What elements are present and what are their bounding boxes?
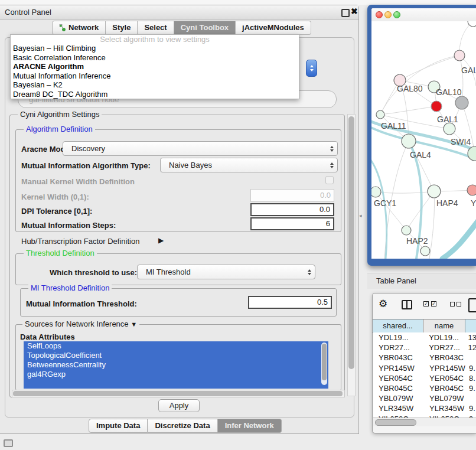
node-gal1[interactable]	[444, 123, 455, 135]
attribute-item[interactable]: SelfLoops	[24, 341, 328, 351]
table-panel-titlebar[interactable]: Table Panel	[367, 273, 476, 289]
node-label: SWI4	[451, 137, 471, 146]
node-label: GAL11	[381, 121, 406, 131]
dropdown-item[interactable]: Bayesian – K2	[11, 80, 299, 90]
dropdown-item[interactable]: Bayesian – Hill Climbing	[11, 44, 299, 53]
node-hap2[interactable]	[402, 226, 411, 235]
tab-network[interactable]: Network	[52, 21, 106, 35]
collapse-down-icon[interactable]: ▼	[131, 321, 137, 328]
dropdown-item[interactable]: Dream8 DC_TDC Algorithm	[11, 90, 299, 99]
settings-vertical-scrollbar[interactable]	[347, 114, 356, 396]
algorithm-combo-stepper[interactable]	[306, 60, 317, 77]
dropdown-item[interactable]: Basic Correlation Inference	[11, 53, 299, 63]
close-traffic-light[interactable]	[376, 11, 383, 18]
node-hap4[interactable]	[428, 185, 441, 198]
apply-button[interactable]: Apply	[158, 399, 200, 412]
dpi-tolerance-field[interactable]: 0.0	[250, 203, 334, 216]
hscroll-thumb[interactable]	[13, 391, 343, 396]
network-canvas[interactable]: GAL GAL80 GAL10 GAL1 GAL11 SWI4 GAL4 GCY…	[371, 21, 476, 259]
control-panel-title: Control Panel	[5, 8, 51, 17]
tab-discretize-data[interactable]: Discretize Data	[148, 419, 217, 433]
manual-kernel-width-checkbox[interactable]	[325, 176, 334, 184]
bottom-tabbar: Impute Data Discretize Data Infer Networ…	[89, 419, 282, 432]
node-bottom-green[interactable]	[420, 246, 430, 256]
network-window-titlebar[interactable]	[371, 8, 476, 22]
list-scrollbar[interactable]	[321, 343, 327, 385]
mi-algorithm-type-combo[interactable]: Naive Bayes	[160, 158, 338, 172]
aracne-mode-combo[interactable]: Discovery	[63, 141, 338, 156]
tab-jactivemnodules[interactable]: jActiveMNodules	[236, 21, 311, 35]
table-row[interactable]: YPR145WYPR145W9.	[373, 363, 476, 373]
checked-checkbox-icon[interactable]: ✓	[423, 301, 429, 306]
table-horizontal-scrollbar[interactable]	[373, 418, 476, 426]
column-header-name[interactable]: name	[423, 319, 465, 332]
splitter-handle[interactable]: ◂	[359, 213, 362, 219]
which-threshold-combo[interactable]: MI Threshold	[137, 265, 315, 279]
list-scrollbar-thumb[interactable]	[322, 344, 327, 380]
node-label: GAL10	[436, 87, 462, 97]
table-row[interactable]: YBR043CYBR043C	[373, 353, 476, 363]
dropdown-item-selected[interactable]: ARACNE Algorithm	[11, 62, 299, 71]
expand-right-icon[interactable]: ▶	[158, 236, 164, 244]
table-row[interactable]: YDR27...YDR27...12	[373, 343, 476, 353]
node-gal4[interactable]	[402, 134, 416, 148]
gear-icon[interactable]: ⚙	[379, 299, 387, 309]
tab-cyni-toolbox[interactable]: Cyni Toolbox	[174, 21, 236, 35]
node-gal11[interactable]	[376, 110, 384, 119]
zoom-traffic-light[interactable]	[393, 11, 400, 18]
minimize-traffic-light[interactable]	[384, 11, 392, 18]
node-gal-top[interactable]	[454, 50, 465, 61]
tab-impute-data[interactable]: Impute Data	[89, 419, 148, 433]
table-row[interactable]: YDL19...YDL19...13	[373, 332, 476, 343]
algorithm-definition-title: Algorithm Definition	[24, 125, 95, 133]
collapsed-panel-icon[interactable]	[4, 439, 13, 447]
mi-threshold-label: Mutual Information Threshold:	[26, 299, 137, 308]
combo-stepper-icon	[330, 146, 334, 152]
table-window: ⚙ ✓ ✓ shared... name A YDL19...YDL19...1…	[372, 293, 476, 433]
stepper-down-icon	[310, 69, 314, 71]
sources-title: Sources for Network Inference ▼	[22, 320, 139, 328]
node-label: GAL4	[410, 150, 431, 159]
tab-select[interactable]: Select	[138, 21, 174, 35]
mi-threshold-field[interactable]: 0.5	[248, 296, 332, 309]
node-gray[interactable]	[455, 96, 468, 109]
table-hscroll-thumb[interactable]	[375, 419, 416, 426]
tab-network-label: Network	[69, 21, 99, 34]
dpi-tolerance-label: DPI Tolerance [0,1]:	[21, 207, 92, 216]
table-row[interactable]: YBR045CYBR045C9.	[373, 383, 476, 393]
tab-infer-network[interactable]: Infer Network	[218, 419, 282, 433]
attribute-item[interactable]: TopologicalCoefficient	[24, 351, 328, 360]
column-layout-icon[interactable]	[402, 300, 412, 309]
dropdown-item[interactable]: Mutual Information Inference	[11, 71, 299, 81]
node-salmon[interactable]	[467, 185, 476, 195]
node-label: HAP4	[436, 198, 458, 208]
control-panel-titlebar[interactable]: Control Panel ✖	[0, 5, 358, 20]
manual-kernel-width-label: Manual Kernel Width Definition	[21, 177, 135, 186]
settings-horizontal-scrollbar[interactable]	[12, 390, 345, 397]
table-row[interactable]: YBL079WYBL079W	[373, 393, 476, 403]
document-icon[interactable]	[468, 298, 476, 312]
column-header-clipped[interactable]: A	[465, 319, 476, 332]
tab-style[interactable]: Style	[106, 21, 138, 35]
table-row[interactable]: YER054CYER054C8.	[373, 373, 476, 383]
unchecked-checkbox-icon[interactable]	[450, 302, 455, 306]
checked-checkbox-icon[interactable]: ✓	[431, 301, 436, 306]
node-selected-red[interactable]	[431, 101, 442, 112]
table-panel-title: Table Panel	[376, 276, 416, 285]
vscroll-thumb[interactable]	[348, 116, 354, 369]
data-attributes-list: SelfLoops TopologicalCoefficient Between…	[24, 341, 328, 389]
mi-steps-field[interactable]: 6	[250, 217, 334, 230]
unchecked-checkbox-icon[interactable]	[457, 302, 461, 306]
kernel-width-field[interactable]: 0.0	[250, 189, 334, 202]
attribute-item[interactable]: BetweennessCentrality	[24, 360, 328, 370]
network-window-inner: GAL GAL80 GAL10 GAL1 GAL11 SWI4 GAL4 GCY…	[371, 8, 476, 259]
mi-algorithm-type-label: Mutual Information Algorithm Type:	[21, 161, 151, 170]
table-row[interactable]: YLR345WYLR345W9.	[373, 403, 476, 413]
node-label: GAL80	[397, 84, 423, 93]
column-header-shared-name[interactable]: shared...	[373, 319, 423, 332]
data-attributes-label: Data Attributes	[20, 332, 75, 341]
attribute-item[interactable]: gal4RGexp	[24, 370, 328, 379]
node-gcy1[interactable]	[371, 187, 381, 197]
close-icon[interactable]: ✖	[351, 6, 358, 16]
float-window-icon[interactable]	[341, 9, 350, 17]
